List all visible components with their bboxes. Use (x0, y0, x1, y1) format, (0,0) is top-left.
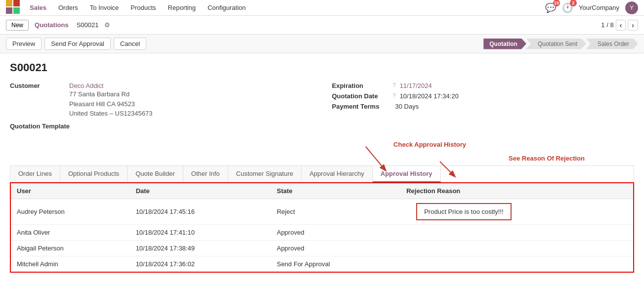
cancel-button[interactable]: Cancel (114, 38, 146, 50)
svg-rect-0 (6, 0, 12, 6)
approval-history-table-area: User Date State Rejection Reason Audrey … (10, 182, 634, 273)
quotation-date-field-row: Quotation Date ? 10/18/2024 17:34:20 (332, 92, 635, 100)
svg-line-4 (366, 147, 386, 170)
cell-state: Send For Approval (271, 256, 400, 272)
expiration-help-icon: ? (393, 82, 396, 88)
cell-user[interactable]: Abigail Peterson (11, 240, 130, 256)
nav-items: Sales Orders To Invoice Products Reporti… (24, 1, 252, 14)
svg-rect-2 (6, 7, 12, 14)
toolbar: Preview Send For Approval Cancel Quotati… (0, 35, 644, 53)
cell-date: 10/18/2024 17:41:10 (130, 224, 271, 240)
nav-to-invoice[interactable]: To Invoice (84, 1, 125, 14)
table-row: Audrey Peterson10/18/2024 17:45:16Reject… (11, 199, 633, 224)
quotation-template-label: Quotation Template (10, 123, 70, 130)
payment-terms-field-row: Payment Terms 30 Days (332, 103, 635, 110)
cell-user[interactable]: Audrey Peterson (11, 199, 130, 224)
table-row: Anita Oliver10/18/2024 17:41:10Approved (11, 224, 633, 240)
main-content: S00021 Customer Deco Addict 77 Santa Bar… (0, 53, 644, 273)
cell-date: 10/18/2024 17:38:49 (130, 240, 271, 256)
cell-rejection-reason: Product Price is too costly!!! (400, 199, 633, 224)
send-for-approval-button[interactable]: Send For Approval (44, 38, 111, 50)
cell-rejection-reason (400, 256, 633, 272)
breadcrumb-current: S00021 (77, 21, 99, 29)
check-approval-annotation: Check Approval History (393, 141, 466, 148)
col-rejection-reason: Rejection Reason (400, 183, 633, 199)
cell-user[interactable]: Mitchell Admin (11, 256, 130, 272)
payment-terms-label: Payment Terms (332, 103, 391, 110)
preview-button[interactable]: Preview (6, 38, 42, 50)
rejection-reason-box: Product Price is too costly!!! (416, 203, 511, 220)
company-name: YourCompany (579, 4, 619, 11)
expiration-label: Expiration (332, 82, 391, 89)
fields-section: Customer Deco Addict 77 Santa Barbara Rd… (10, 82, 634, 133)
fields-left: Customer Deco Addict 77 Santa Barbara Rd… (10, 82, 312, 133)
template-field-row: Quotation Template (10, 123, 312, 130)
avatar[interactable]: Y (625, 1, 638, 14)
customer-address: 77 Santa Barbara RdPleasant Hill CA 9452… (69, 89, 152, 119)
stage-quotation[interactable]: Quotation (483, 39, 526, 49)
settings-icon[interactable]: ⚙ (104, 21, 110, 29)
col-user: User (11, 183, 130, 199)
next-page-button[interactable]: › (628, 20, 638, 31)
customer-name[interactable]: Deco Addict (69, 82, 152, 89)
messages-badge: 10 (553, 0, 560, 6)
nav-sales[interactable]: Sales (24, 1, 52, 14)
stage-bar: Quotation Quotation Sent Sales Order (484, 39, 638, 49)
breadcrumb-parent[interactable]: Quotations (35, 21, 69, 29)
customer-field-row: Customer Deco Addict 77 Santa Barbara Rd… (10, 82, 312, 119)
svg-rect-3 (13, 7, 20, 14)
cell-state: Approved (271, 224, 400, 240)
cell-date: 10/18/2024 17:45:16 (130, 199, 271, 224)
expiration-field-row: Expiration ? 11/17/2024 (332, 82, 635, 89)
clock-icon[interactable]: 🕐 2 (562, 2, 573, 13)
new-button[interactable]: New (6, 20, 29, 31)
table-row: Abigail Peterson10/18/2024 17:38:49Appro… (11, 240, 633, 256)
breadcrumb-bar: New Quotations S00021 ⚙ 1 / 8 ‹ › (0, 16, 644, 35)
expiration-value[interactable]: 11/17/2024 (400, 82, 432, 89)
pagination-text: 1 / 8 (601, 21, 613, 29)
approval-history-table: User Date State Rejection Reason Audrey … (11, 183, 633, 272)
nav-right: 💬 10 🕐 2 YourCompany Y (545, 1, 638, 14)
customer-label: Customer (10, 82, 69, 89)
cell-state: Reject (271, 199, 400, 224)
document-title: S00021 (10, 61, 634, 74)
nav-reporting[interactable]: Reporting (162, 1, 202, 14)
quotation-date-help-icon: ? (393, 92, 396, 98)
app-logo (6, 0, 20, 15)
customer-value: Deco Addict 77 Santa Barbara RdPleasant … (69, 82, 152, 119)
see-reason-annotation: See Reason Of Rejection (509, 155, 585, 162)
pagination: 1 / 8 ‹ › (601, 20, 638, 31)
cell-user[interactable]: Anita Oliver (11, 224, 130, 240)
quotation-date-label: Quotation Date (332, 92, 391, 100)
quotation-date-value: 10/18/2024 17:34:20 (400, 92, 459, 100)
messages-icon[interactable]: 💬 10 (545, 2, 556, 13)
nav-orders[interactable]: Orders (52, 1, 84, 14)
stage-sales-order[interactable]: Sales Order (586, 39, 638, 49)
col-date: Date (130, 183, 271, 199)
prev-page-button[interactable]: ‹ (616, 20, 626, 31)
cell-rejection-reason (400, 240, 633, 256)
svg-rect-1 (13, 0, 20, 6)
fields-right: Expiration ? 11/17/2024 Quotation Date ?… (332, 82, 635, 133)
nav-products[interactable]: Products (125, 1, 162, 14)
cell-state: Approved (271, 240, 400, 256)
cell-date: 10/18/2024 17:36:02 (130, 256, 271, 272)
payment-terms-value: 30 Days (395, 103, 419, 110)
cell-rejection-reason (400, 224, 633, 240)
clock-badge: 2 (570, 0, 577, 6)
col-state: State (271, 183, 400, 199)
nav-configuration[interactable]: Configuration (202, 1, 252, 14)
annotation-container: Check Approval History See Reason Of Rej… (10, 141, 634, 180)
stage-quotation-sent[interactable]: Quotation Sent (526, 39, 586, 49)
table-row: Mitchell Admin10/18/2024 17:36:02Send Fo… (11, 256, 633, 272)
top-nav: Sales Orders To Invoice Products Reporti… (0, 0, 644, 16)
svg-line-5 (440, 162, 455, 176)
